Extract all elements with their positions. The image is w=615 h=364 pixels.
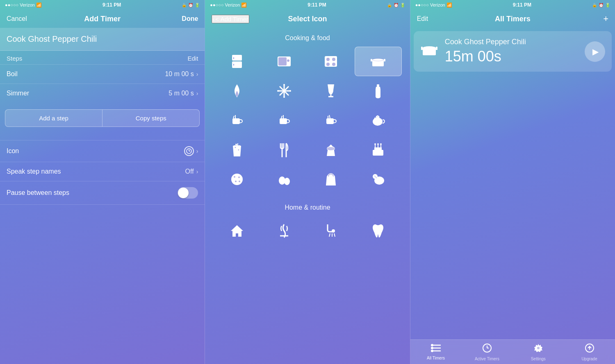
svg-rect-51 <box>373 150 383 156</box>
carrier-text-mid: ●●○○○ Verizon <box>210 2 240 7</box>
chevron-icon-speak: › <box>196 168 198 175</box>
svg-point-9 <box>287 59 289 62</box>
done-button[interactable]: Done <box>182 15 198 23</box>
status-time-mid: 9:11 PM <box>308 2 326 8</box>
tab-upgrade[interactable]: Upgrade <box>564 340 615 364</box>
cooking-icon-grid <box>205 47 410 194</box>
tab-active-timers[interactable]: Active Timers <box>461 340 512 364</box>
add-timer-title: Add Timer <box>84 15 121 23</box>
svg-point-63 <box>239 181 240 182</box>
icon-fridge[interactable] <box>213 47 260 76</box>
edit-button[interactable]: Edit <box>417 15 428 23</box>
icon-snowflake[interactable] <box>260 76 308 106</box>
tab-all-timers[interactable]: All Timers <box>410 340 462 364</box>
icon-utensils[interactable] <box>260 135 308 165</box>
cooking-section-title: Cooking & food <box>205 28 410 47</box>
svg-point-61 <box>238 176 240 178</box>
battery-icon-mid: 🔋 <box>400 3 405 7</box>
svg-point-24 <box>283 84 285 86</box>
icon-flame[interactable] <box>213 76 260 106</box>
svg-point-13 <box>326 63 330 66</box>
step-row-boil[interactable]: Boil 10 m 00 s › <box>0 64 205 84</box>
svg-point-82 <box>431 347 433 349</box>
svg-point-57 <box>377 143 379 145</box>
settings-row-speak[interactable]: Speak step names Off › <box>0 162 205 181</box>
wifi-icon: 📶 <box>36 2 42 8</box>
settings-tab-icon <box>533 343 543 355</box>
back-button[interactable]: ‹ < Add Timer <box>212 15 249 23</box>
svg-rect-18 <box>384 59 385 61</box>
home-section: Home & routine <box>205 197 410 246</box>
step-row-simmer[interactable]: Simmer 5 m 00 s › <box>0 84 205 103</box>
icon-stove[interactable] <box>308 47 355 76</box>
svg-point-81 <box>431 344 433 346</box>
icon-bag[interactable] <box>308 165 355 194</box>
svg-point-60 <box>234 176 235 178</box>
nav-bar-mid: ‹ < Add Timer Select Icon <box>205 10 410 28</box>
icon-shower[interactable] <box>308 216 355 246</box>
select-icon-title: Select Icon <box>288 15 327 23</box>
svg-point-44 <box>235 144 237 145</box>
copy-steps-button[interactable]: Copy steps <box>102 109 200 127</box>
add-timer-panel: ●●○○○ Verizon 📶 9:11 PM 🔒 ⏰ 🔋 Cancel Add… <box>0 0 205 364</box>
icon-bottle[interactable] <box>355 76 402 106</box>
icon-microwave[interactable] <box>260 47 308 76</box>
icon-label: Icon <box>7 147 19 155</box>
add-timer-plus-button[interactable]: + <box>603 14 608 24</box>
speak-value: Off <box>185 168 194 175</box>
icon-cold-drink[interactable] <box>213 135 260 165</box>
icon-coffee-2[interactable] <box>260 106 308 135</box>
svg-rect-34 <box>280 118 287 124</box>
svg-point-12 <box>332 58 335 61</box>
status-right-left: 🔒 ⏰ 🔋 <box>182 3 200 7</box>
add-step-button[interactable]: Add a step <box>5 109 102 127</box>
carrier-text-right: ●●○○○ Verizon <box>415 2 445 7</box>
alarm-icon-right: ⏰ <box>599 3 604 7</box>
svg-point-27 <box>289 90 291 92</box>
all-timers-panel: ●●○○○ Verizon 📶 9:11 PM 🔒 ⏰ 🔋 Edit All T… <box>410 0 615 364</box>
step-time-area-simmer: 5 m 00 s › <box>169 90 198 97</box>
right-panel-spacer <box>410 75 615 364</box>
timer-name-area[interactable]: Cook Ghost Pepper Chili <box>0 28 205 51</box>
icon-steam[interactable] <box>260 216 308 246</box>
icon-pot-selected[interactable] <box>355 47 402 76</box>
svg-rect-8 <box>278 57 287 66</box>
svg-line-71 <box>329 233 330 237</box>
svg-rect-37 <box>326 118 334 124</box>
status-time-right: 9:11 PM <box>513 2 531 8</box>
play-button[interactable]: ▶ <box>585 41 605 62</box>
icon-meat[interactable] <box>355 165 402 194</box>
pause-toggle[interactable] <box>178 187 198 199</box>
icon-cookie[interactable] <box>213 165 260 194</box>
icon-egg[interactable] <box>260 165 308 194</box>
lock-icon-mid: 🔒 <box>387 3 392 7</box>
cancel-button[interactable]: Cancel <box>7 15 27 23</box>
icon-birthday-cake[interactable] <box>355 135 402 165</box>
icon-cupcake[interactable] <box>308 135 355 165</box>
steps-edit-button[interactable]: Edit <box>187 55 198 62</box>
svg-rect-52 <box>374 147 382 150</box>
icon-wine-glass[interactable] <box>308 76 355 106</box>
status-left-right: ●●○○○ Verizon 📶 <box>415 2 452 8</box>
chevron-icon-simmer: › <box>196 90 198 97</box>
tab-settings[interactable]: Settings <box>512 340 564 364</box>
icon-coffee-1[interactable] <box>213 106 260 135</box>
step-name-boil: Boil <box>7 70 18 78</box>
svg-line-39 <box>329 115 330 118</box>
timer-card: Cook Ghost Pepper Chili 15m 00s ▶ <box>414 31 612 72</box>
status-bar-right: ●●○○○ Verizon 📶 9:11 PM 🔒 ⏰ 🔋 <box>410 0 615 10</box>
icon-coffee-3[interactable] <box>308 106 355 135</box>
icon-tooth[interactable] <box>355 216 402 246</box>
timer-icon-small <box>184 146 194 156</box>
alarm-icon-mid: ⏰ <box>394 3 399 7</box>
status-left: ●●○○○ Verizon 📶 <box>5 2 42 8</box>
settings-row-pause[interactable]: Pause between steps <box>0 181 205 205</box>
lock-icon: 🔒 <box>182 3 187 7</box>
settings-section: Icon › Speak step names Off › <box>0 140 205 205</box>
icon-house[interactable] <box>213 216 260 246</box>
svg-rect-17 <box>371 59 372 61</box>
svg-point-45 <box>235 147 236 148</box>
upgrade-tab-label: Upgrade <box>581 357 597 361</box>
settings-row-icon[interactable]: Icon › <box>0 140 205 162</box>
icon-teapot[interactable] <box>355 106 402 135</box>
